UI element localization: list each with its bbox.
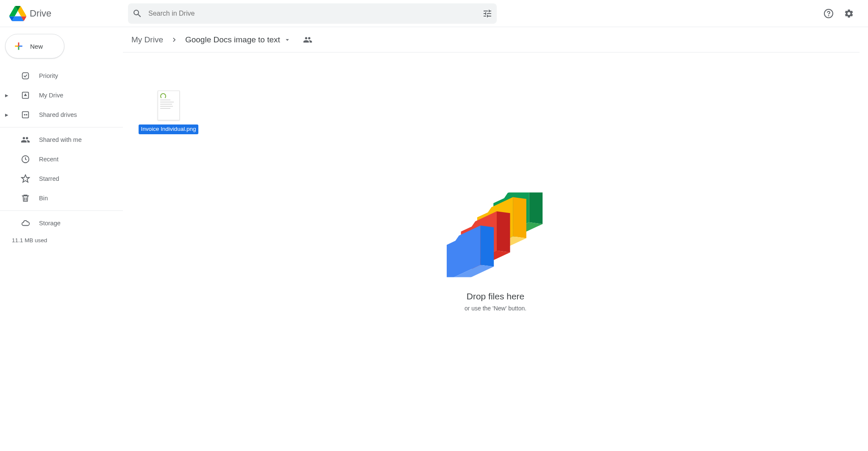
- header: Drive: [0, 0, 868, 27]
- search-icon: [132, 8, 142, 19]
- dropzone-subtitle: or use the 'New' button.: [447, 304, 544, 311]
- tune-icon[interactable]: [482, 8, 492, 19]
- breadcrumb: My Drive Google Docs image to text: [123, 27, 860, 53]
- svg-rect-2: [22, 73, 29, 79]
- search-bar[interactable]: [128, 3, 497, 24]
- sidebar-item-bin[interactable]: Bin: [0, 188, 123, 208]
- settings-button[interactable]: [840, 5, 858, 22]
- people-icon[interactable]: [303, 35, 312, 44]
- nav-label: My Drive: [39, 92, 63, 99]
- drive-logo-icon: [9, 5, 26, 22]
- search-input[interactable]: [148, 10, 482, 17]
- sidebar-item-starred[interactable]: Starred: [0, 169, 123, 188]
- nav-label: Starred: [39, 175, 59, 182]
- dropzone[interactable]: Drop files here or use the 'New' button.: [447, 192, 544, 311]
- chevron-down-icon: [284, 36, 291, 44]
- plus-icon: [13, 41, 24, 52]
- help-icon: [823, 8, 834, 19]
- clock-icon: [20, 155, 31, 164]
- file-item[interactable]: Invoice Individual.png: [136, 91, 201, 134]
- star-icon: [20, 174, 31, 183]
- nav-label: Recent: [39, 156, 58, 163]
- sidebar-item-priority[interactable]: Priority: [0, 66, 123, 86]
- help-button[interactable]: [820, 5, 837, 22]
- header-actions: [820, 5, 863, 22]
- nav-label: Bin: [39, 195, 48, 202]
- nav-label: Priority: [39, 72, 58, 79]
- logo-section[interactable]: Drive: [5, 5, 124, 22]
- gear-icon: [844, 8, 854, 19]
- sidebar-item-shared[interactable]: Shared with me: [0, 130, 123, 149]
- sidebar: New Priority ▸ My Drive: [0, 27, 123, 451]
- shared-icon: [20, 135, 31, 144]
- trash-icon: [20, 194, 31, 203]
- file-name: Invoice Individual.png: [139, 125, 199, 134]
- cloud-icon: [20, 219, 31, 228]
- main-content: My Drive Google Docs image to text: [123, 27, 868, 451]
- new-button[interactable]: New: [5, 34, 64, 58]
- sidebar-item-recent[interactable]: Recent: [0, 149, 123, 169]
- new-button-label: New: [30, 43, 43, 50]
- dropzone-title: Drop files here: [447, 291, 544, 301]
- chevron-right-icon: ▸: [5, 111, 12, 118]
- chevron-right-icon: [170, 36, 178, 44]
- nav-label: Storage: [39, 220, 61, 227]
- shareddrives-icon: [20, 110, 31, 119]
- svg-point-5: [24, 114, 25, 116]
- sidebar-item-storage[interactable]: Storage: [0, 213, 123, 233]
- nav-label: Shared drives: [39, 111, 77, 118]
- breadcrumb-current[interactable]: Google Docs image to text: [185, 35, 291, 44]
- file-thumbnail: [158, 91, 180, 120]
- app-name: Drive: [30, 8, 51, 19]
- priority-icon: [20, 71, 31, 80]
- chevron-right-icon: ▸: [5, 92, 12, 99]
- folders-illustration: [447, 192, 544, 277]
- breadcrumb-root[interactable]: My Drive: [131, 35, 163, 44]
- sidebar-item-mydrive[interactable]: ▸ My Drive: [0, 86, 123, 105]
- svg-point-6: [26, 114, 28, 116]
- sidebar-item-shareddrives[interactable]: ▸ Shared drives: [0, 105, 123, 125]
- storage-used-text: 11.1 MB used: [0, 237, 123, 243]
- mydrive-icon: [20, 91, 31, 100]
- nav-label: Shared with me: [39, 136, 82, 143]
- svg-point-1: [829, 15, 829, 16]
